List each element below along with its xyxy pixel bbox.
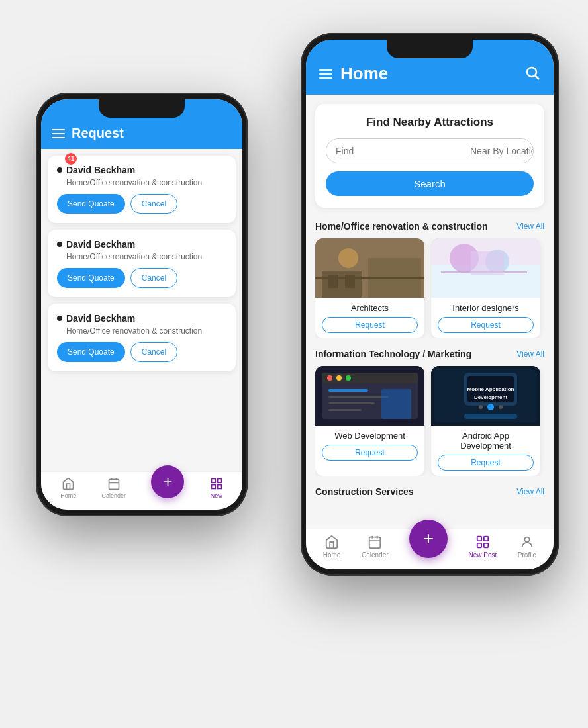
back-nav-calendar[interactable]: Calender [102,477,126,499]
cancel-btn-3[interactable]: Cancel [130,342,177,362]
view-all-3[interactable]: View All [516,487,544,496]
request-name-2: David Beckham [57,239,226,250]
hamburger-icon[interactable] [52,129,65,138]
front-nav-home[interactable]: Home [323,535,341,559]
front-header-title: Home [340,64,388,84]
search-card: Find Nearby Attractions Search [315,104,544,208]
phones-container: 41 Request David Beckham Home/Office ren… [9,13,579,715]
request-buttons-2: Send Quoate Cancel [57,268,226,288]
request-name-3: David Beckham [57,313,226,324]
svg-point-31 [346,375,351,381]
request-desc-1: Home/Office renovation & construction [66,178,226,187]
notch-front [387,40,473,58]
svg-point-45 [479,405,483,409]
svg-text:Mobile Application: Mobile Application [467,387,514,392]
search-icon-btn[interactable] [524,65,540,83]
svg-rect-55 [477,537,481,541]
front-nav-profile[interactable]: Profile [518,535,536,559]
request-buttons-3: Send Quoate Cancel [57,342,226,362]
svg-rect-34 [328,402,375,404]
back-fab-plus[interactable]: + [151,465,184,498]
webdev-request-btn[interactable]: Request [322,445,418,461]
cancel-btn-2[interactable]: Cancel [130,268,177,288]
interior-card-body: Interior designers Request [431,298,540,338]
profile-icon-front [520,535,534,549]
front-header-left: Home [319,64,388,84]
svg-rect-11 [322,271,362,298]
send-quote-btn-2[interactable]: Send Quoate [57,268,125,288]
view-all-2[interactable]: View All [516,349,544,359]
svg-rect-7 [217,485,221,489]
svg-rect-56 [484,537,488,541]
send-quote-btn-1[interactable]: Send Quoate [57,194,125,214]
back-content: David Beckham Home/Office renovation & c… [41,149,242,471]
svg-rect-35 [328,409,362,411]
category-section-2: Information Technology / Marketing View … [306,345,554,482]
category-header-1: Home/Office renovation & construction Vi… [315,221,544,232]
view-all-1[interactable]: View All [516,222,544,231]
cards-row-2: Web Development Request [315,366,544,476]
front-phone-screen: Home Find Nearby Attractions [306,40,554,569]
category-title-3: Construction Services [315,486,414,497]
front-nav-newpost[interactable]: New Post [469,535,497,559]
front-nav-calendar[interactable]: Calender [362,535,389,559]
service-card-architects: Architects Request [315,238,424,338]
svg-text:Development: Development [474,394,508,400]
svg-rect-46 [464,414,517,419]
newpost-icon-back [210,477,223,490]
request-desc-2: Home/Office renovation & construction [66,252,226,261]
category-section-1: Home/Office renovation & construction Vi… [306,217,554,345]
android-card-body: Android App Development Request [431,426,540,476]
request-card-1: David Beckham Home/Office renovation & c… [48,156,236,223]
search-button[interactable]: Search [326,171,534,196]
front-hamburger-icon[interactable] [319,69,332,79]
back-nav-home[interactable]: Home [60,477,76,499]
request-name-1: David Beckham [57,165,226,175]
back-phone: 41 Request David Beckham Home/Office ren… [36,93,248,516]
architects-img-svg [315,238,424,298]
home-icon-front [324,535,339,549]
svg-point-15 [338,248,358,268]
svg-point-29 [327,375,332,381]
send-quote-btn-3[interactable]: Send Quoate [57,342,125,362]
android-request-btn[interactable]: Request [438,455,534,471]
back-bottom-nav: Home Calender + New [41,471,242,510]
interior-name: Interior designers [438,303,534,313]
android-name: Android App Development [438,431,534,451]
svg-rect-5 [217,479,221,483]
front-content: Find Nearby Attractions Search Home/Offi… [306,95,554,529]
category-title-2: Information Technology / Marketing [315,349,471,359]
request-desc-3: Home/Office renovation & construction [66,326,226,336]
svg-rect-4 [211,479,215,483]
architects-request-btn[interactable]: Request [322,317,418,333]
webdev-img-svg [315,366,424,426]
interior-request-btn[interactable]: Request [438,317,534,333]
category-header-3: Construction Services View All [315,486,544,497]
cards-row-1: Architects Request [315,238,544,338]
svg-line-9 [536,75,540,79]
find-input[interactable] [326,139,461,163]
location-input[interactable] [461,139,534,163]
svg-rect-22 [471,251,504,275]
front-phone: Home Find Nearby Attractions [301,33,559,576]
dot-2 [57,242,62,247]
svg-point-59 [524,537,529,542]
webdev-card-body: Web Development Request [315,426,424,466]
front-bottom-nav: Home Calender + New Post [306,529,554,569]
svg-point-44 [499,405,503,409]
webdev-image [315,366,424,426]
interior-img-svg [431,238,540,298]
svg-rect-36 [381,389,411,419]
request-card-2: David Beckham Home/Office renovation & c… [48,230,236,297]
android-image: Mobile Application Development [431,366,540,426]
newpost-icon-front [475,535,490,549]
category-section-3: Construction Services View All [306,482,554,517]
back-nav-newpost[interactable]: New [210,477,223,499]
service-card-webdev: Web Development Request [315,366,424,476]
architects-card-body: Architects Request [315,298,424,338]
back-header-title: Request [72,126,124,141]
cancel-btn-1[interactable]: Cancel [130,194,177,214]
front-fab-plus[interactable]: + [409,520,448,558]
back-badge: 41 [65,153,77,165]
webdev-name: Web Development [322,431,418,441]
